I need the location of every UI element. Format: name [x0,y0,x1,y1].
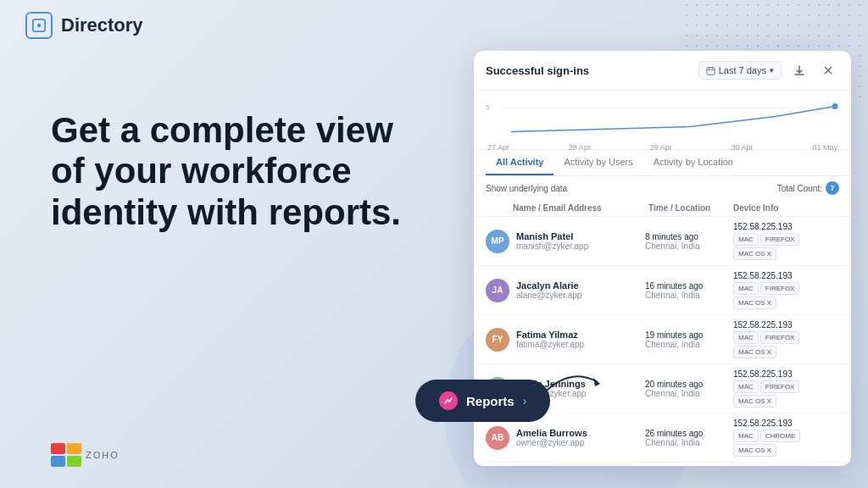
reports-button[interactable]: Reports › [415,380,550,422]
show-underlying-data[interactable]: Show underlying data [486,184,567,193]
logo-area: Directory [25,12,143,39]
device-tags: MACFIREFOXMAC OS X [733,331,839,358]
zoho-sq-green [67,456,81,467]
device-tags: MACFIREFOXMAC OS X [733,233,839,260]
calendar-icon [706,66,715,75]
device-tag: MAC [733,430,759,442]
device-tags: MACCHROMEMAC OS X [733,430,839,457]
app-header: Directory [0,0,868,51]
sign-in-time: 16 minutes ago [645,281,730,291]
hero-line2: of your workforce [51,151,352,191]
device-info-cell: 152.58.225.193 MACFIREFOXMAC OS X [733,369,839,408]
chart-svg: 5 [486,97,839,140]
table-info-row: Show underlying data Total Count: 7 [474,176,851,200]
ip-address: 152.58.225.193 [733,271,839,280]
app-title: Directory [61,14,143,36]
device-tags: MACFIREFOXMAC OS X [733,380,839,408]
tab-activity-by-users[interactable]: Activity by Users [554,150,643,175]
tab-all-activity[interactable]: All Activity [486,150,554,175]
sign-in-time: 8 minutes ago [645,232,730,241]
sign-in-location: Chennai, India [645,389,730,398]
date-range-selector[interactable]: Last 7 days ▾ [698,61,782,80]
user-info: Amelia Burrows owner@zyker.app [516,428,642,447]
total-count-badge: 7 [826,181,839,195]
zoho-sq-blue [51,456,65,467]
reports-arrow-icon: › [523,394,527,408]
col-time-location: Time / Location [648,203,733,213]
sign-in-location: Chennai, India [645,241,730,251]
avatar: AB [486,426,509,450]
close-button[interactable] [817,59,839,81]
table-row: L Lita lita@zyker.app 7 hours ago Kanchi… [474,463,851,466]
hero-line3: identity with reports. [51,192,401,232]
zoho-squares [51,443,81,467]
device-tag: MAC OS X [733,247,776,260]
chart-area: 5 27 Apr 28 Apr 29 Apr 30 Apr 01 May [474,91,851,150]
sign-in-location: Chennai, India [645,438,730,447]
hero-section: Get a complete view of your workforce id… [51,110,415,233]
panel-title: Successful sign-ins [486,64,589,77]
device-tag: MAC [733,282,759,295]
ip-address: 152.58.225.193 [733,320,839,330]
zoho-sq-red [51,443,65,454]
user-email: manish@zyker.app [516,241,642,251]
sign-in-time: 26 minutes ago [645,429,730,438]
user-name: Jacalyn Alarie [516,280,642,291]
device-tag: MAC OS X [733,395,776,408]
tab-bar: All Activity Activity by Users Activity … [474,150,851,176]
total-count-area: Total Count: 7 [777,181,839,195]
svg-marker-1 [593,378,600,386]
ip-address: 152.58.225.193 [733,419,839,428]
avatar: MP [486,230,509,253]
sign-in-time: 20 minutes ago [645,380,730,389]
device-tag: CHROME [760,430,801,442]
device-info-cell: 152.58.225.193 MACFIREFOXMAC OS X [733,320,839,358]
reports-button-label: Reports [466,394,515,408]
device-tag: FIREFOX [760,380,800,393]
device-tag: MAC [733,233,759,246]
device-tag: FIREFOX [760,282,800,295]
zoho-sq-orange [67,443,81,454]
svg-text:5: 5 [486,103,490,111]
hero-line1: Get a complete view [51,110,393,150]
table-row: FY Fatima Yilmaz fatima@zyker.app 19 min… [474,315,851,364]
device-info-cell: 152.58.225.193 MACFIREFOXMAC OS X [733,271,839,309]
sign-in-time: 19 minutes ago [645,330,730,340]
date-chevron-icon: ▾ [770,66,774,75]
svg-point-11 [832,103,837,109]
time-location: 19 minutes ago Chennai, India [645,330,730,349]
time-location: 8 minutes ago Chennai, India [645,232,730,251]
user-name: Fatima Yilmaz [516,330,642,340]
device-tag: FIREFOX [760,331,800,344]
sign-in-location: Chennai, India [645,340,730,349]
avatar: JA [486,279,509,302]
table-body: MP Manish Patel manish@zyker.app 8 minut… [474,217,851,466]
user-name: Manish Patel [516,231,642,241]
time-location: 16 minutes ago Chennai, India [645,281,730,300]
col-name-email: Name / Email Address [513,203,648,213]
device-tag: FIREFOX [760,233,800,246]
time-location: 20 minutes ago Chennai, India [645,380,730,398]
device-tag: MAC [733,380,759,393]
tab-activity-by-location[interactable]: Activity by Location [643,150,743,175]
zoho-logo: ZOHO [51,443,120,467]
download-button[interactable] [788,59,810,81]
reports-icon [439,391,458,410]
device-tag: MAC OS X [733,346,776,358]
device-tags: MACFIREFOXMAC OS X [733,282,839,309]
device-tag: MAC [733,331,759,344]
table-row: JA Jacalyn Alarie alarie@zyker.app 16 mi… [474,266,851,315]
date-range-label: Last 7 days [719,65,766,75]
avatar: FY [486,328,509,352]
time-location: 26 minutes ago Chennai, India [645,429,730,447]
device-tag: MAC OS X [733,444,776,457]
device-tag: MAC OS X [733,297,776,309]
device-info-cell: 152.58.225.193 MACFIREFOXMAC OS X [733,222,839,260]
total-count-label: Total Count: [777,184,822,193]
download-icon [794,65,804,75]
column-headers: Name / Email Address Time / Location Dev… [474,200,851,217]
panel-controls: Last 7 days ▾ [698,59,839,81]
col-device-info: Device Info [733,203,839,213]
ip-address: 152.58.225.193 [733,369,839,379]
user-email: fatima@zyker.app [516,340,642,349]
